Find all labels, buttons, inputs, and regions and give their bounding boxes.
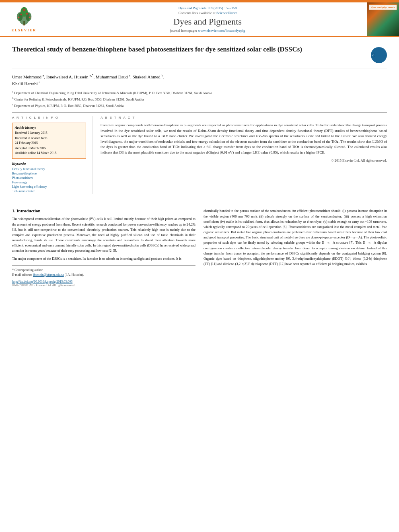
article-history-box: Article history: Received 2 January 2015… — [12, 123, 86, 159]
article-footer: * Corresponding author. E-mail address: … — [12, 265, 195, 287]
history-revised-date: 24 February 2015 — [15, 141, 83, 145]
elsevier-logo: ELSEVIER — [12, 6, 37, 32]
keyword-3: Photosensitizers — [12, 176, 86, 180]
doi-link[interactable]: http://dx.doi.org/10.1016/j.dyepig.2015.… — [12, 280, 195, 283]
affiliation-b: b Center for Refining & Petrochemicals, … — [12, 97, 387, 102]
abstract-text: Complex organic compounds with benzene/t… — [101, 123, 387, 155]
article-content: Theoretical study of benzene/thiophene b… — [0, 37, 399, 295]
introduction-left: 1. Introduction The widespread commercia… — [12, 208, 195, 287]
keywords-title: Keywords: — [12, 162, 86, 166]
authors-section: Umer Mehmood a, Ibnelwaleed A. Hussein a… — [12, 73, 387, 87]
sciencedirect-link[interactable]: ScienceDirect — [216, 11, 237, 15]
article-title: Theoretical study of benzene/thiophene b… — [12, 45, 365, 54]
history-revised-label: Received in revised form — [15, 136, 83, 140]
history-accepted: Accepted 3 March 2015 — [15, 146, 83, 150]
introduction-heading: 1. Introduction — [12, 208, 195, 213]
affiliation-a: a Department of Chemical Engineering, Ki… — [12, 90, 387, 96]
affiliation-c: c Department of Physics, KFUPM, P. O. Bo… — [12, 103, 387, 109]
journal-homepage-link[interactable]: www.elsevier.com/locate/dyepig — [198, 29, 245, 33]
article-info-column: A R T I C L E I N F O Article history: R… — [12, 116, 93, 194]
introduction-right: chemically bonded to the porous surface … — [204, 208, 387, 287]
crossmark-logo[interactable]: ✓ CrossMark — [371, 47, 387, 63]
svg-point-7 — [23, 9, 25, 11]
elsevier-logo-area: ELSEVIER — [0, 2, 48, 36]
article-info-abstract-section: A R T I C L E I N F O Article history: R… — [12, 116, 387, 194]
section-divider — [12, 112, 387, 113]
history-online: Available online 14 March 2015 — [15, 151, 83, 155]
introduction-section: 1. Introduction The widespread commercia… — [12, 202, 387, 287]
keywords-section: Keywords: Density functional theory Benz… — [12, 162, 86, 193]
keyword-6: TiO₂ nano cluster — [12, 189, 86, 193]
footer-email: E-mail address: ihussein@kfupm.edu.sa (I… — [12, 273, 195, 277]
svg-point-9 — [29, 16, 30, 18]
keyword-4: Free energy — [12, 181, 86, 184]
article-info-heading: A R T I C L E I N F O — [12, 116, 86, 119]
issn-text: 0143-7208/© 2015 Elsevier Ltd. All right… — [12, 283, 195, 287]
article-title-text: Theoretical study of benzene/thiophene b… — [12, 45, 365, 54]
corresponding-author-note: * Corresponding author. — [12, 268, 195, 272]
journal-title: Dyes and Pigments — [173, 16, 242, 27]
history-title: Article history: — [15, 125, 83, 129]
history-received: Received 2 January 2015 — [15, 131, 83, 135]
introduction-right-text: chemically bonded to the porous surface … — [204, 208, 387, 267]
keyword-5: Light harvesting efficiency — [12, 185, 86, 189]
keyword-2: Benzene/thiophene — [12, 172, 86, 175]
crossmark-icon: ✓ CrossMark — [371, 47, 387, 63]
introduction-left-text: The widespread commercialization of the … — [12, 216, 195, 261]
journal-cover-badge: dyes and pig- ments — [369, 4, 397, 10]
copyright-note: © 2015 Elsevier Ltd. All rights reserved… — [101, 158, 387, 162]
journal-center: Dyes and Pigments 118 (2015) 152–158 Con… — [48, 2, 367, 36]
svg-point-5 — [20, 14, 22, 16]
svg-point-6 — [26, 13, 28, 15]
journal-cover-area: dyes and pig- ments — [367, 2, 399, 36]
affiliations: a Department of Chemical Engineering, Ki… — [12, 90, 387, 108]
journal-header: ELSEVIER Dyes and Pigments 118 (2015) 15… — [0, 2, 399, 37]
svg-text:✓: ✓ — [372, 54, 374, 56]
elsevier-brand-text: ELSEVIER — [12, 28, 37, 32]
abstract-heading: A B S T R A C T — [101, 116, 387, 119]
journal-homepage: journal homepage: www.elsevier.com/locat… — [170, 29, 245, 33]
abstract-column: A B S T R A C T Complex organic compound… — [101, 116, 387, 194]
article-title-section: Theoretical study of benzene/thiophene b… — [12, 45, 387, 68]
keyword-1: Density functional theory — [12, 167, 86, 171]
elsevier-tree-icon — [12, 6, 36, 27]
footer-email-link[interactable]: ihussein@kfupm.edu.sa — [33, 273, 64, 277]
sciencedirect-label: Contents lists available at ScienceDirec… — [179, 11, 237, 15]
journal-citation: Dyes and Pigments 118 (2015) 152–158 — [179, 6, 237, 10]
svg-point-8 — [18, 16, 19, 18]
